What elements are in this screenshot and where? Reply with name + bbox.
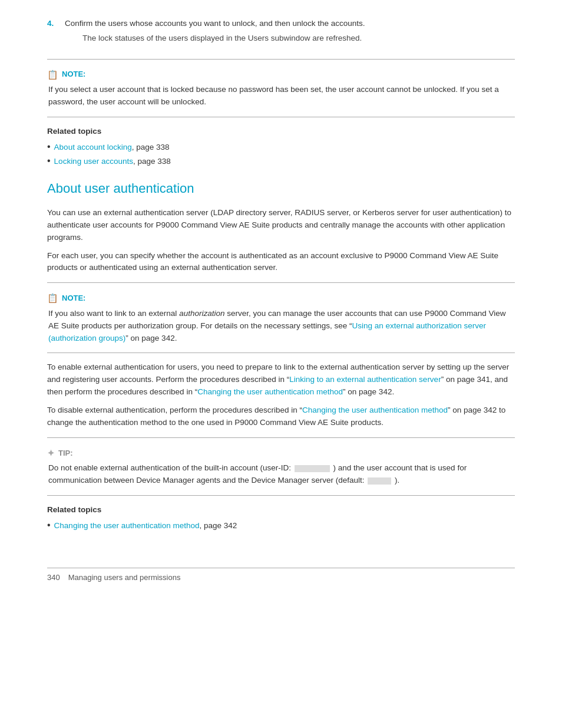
note2-before: If you also want to link to an external [48, 309, 179, 318]
divider-top-tip [47, 437, 515, 438]
step-4: 4. Confirm the users whose accounts you … [47, 18, 515, 51]
note-body-2: If you also want to link to an external … [48, 308, 515, 345]
related-link[interactable]: Changing the user authentication method,… [54, 520, 237, 532]
note-label-1: NOTE: [62, 68, 85, 80]
related-link[interactable]: About account locking, page 338 [54, 141, 170, 154]
related-list-1: • About account locking, page 338 • Lock… [47, 141, 515, 168]
bullet-icon: • [47, 521, 51, 530]
note2-end: ” on page 342. [125, 334, 177, 342]
blank-1 [295, 465, 330, 472]
related-topics-title-2: Related topics [47, 504, 515, 516]
para4-before: To disable external authentication, perf… [47, 406, 302, 414]
step-number: 4. [47, 18, 58, 51]
note-icon-1: 📋 [47, 68, 58, 81]
about-account-locking-link[interactable]: About account locking [54, 143, 132, 151]
tip-before: Do not enable external authentication of… [48, 463, 293, 472]
bullet-icon: • [47, 156, 51, 166]
related-link[interactable]: Locking user accounts, page 338 [54, 156, 171, 168]
linking-external-auth-link[interactable]: Linking to an external authentication se… [289, 375, 441, 384]
footer-text: Managing users and permissions [68, 572, 181, 584]
tip-icon: ✦ [47, 446, 55, 460]
related-link-rest-2: , page 342 [200, 521, 237, 530]
body-para-2: For each user, you can specify whether t… [47, 250, 515, 275]
changing-auth-method-link-2[interactable]: Changing the user authentication method [302, 406, 448, 414]
section-heading: About user authentication [47, 179, 515, 199]
note-label-2: NOTE: [62, 292, 85, 304]
body-para-1: You can use an external authentication s… [47, 207, 515, 244]
note-box-2: 📋 NOTE: If you also want to link to an e… [47, 291, 515, 344]
blank-2 [368, 477, 391, 485]
body-para-4: To disable external authentication, perf… [47, 404, 515, 429]
note-box-1: 📋 NOTE: If you select a user account tha… [47, 68, 515, 108]
related-list-2: • Changing the user authentication metho… [47, 520, 515, 532]
footer: 340 Managing users and permissions [47, 568, 515, 584]
divider-bottom-tip [47, 495, 515, 496]
tip-header: ✦ TIP: [47, 446, 515, 460]
bullet-icon: • [47, 142, 51, 151]
step-followup: The lock statuses of the users displayed… [82, 32, 515, 45]
related-topics-2: Related topics • Changing the user authe… [47, 504, 515, 532]
tip-end: ). [392, 476, 399, 485]
tip-box: ✦ TIP: Do not enable external authentica… [47, 446, 515, 487]
divider-top-note1 [47, 59, 515, 60]
note2-italic: authorization [179, 309, 224, 318]
body-para-3: To enable external authentication for us… [47, 361, 515, 398]
changing-auth-method-link-1[interactable]: Changing the user authentication method [197, 387, 343, 396]
para3-end: ” on page 342. [343, 387, 394, 396]
related-link-rest: , page 338 [132, 143, 170, 151]
note-header-1: 📋 NOTE: [47, 68, 515, 81]
note-body-1: If you select a user account that is loc… [48, 84, 515, 108]
divider-top-note2 [47, 282, 515, 283]
related-topics-1: Related topics • About account locking, … [47, 126, 515, 168]
note-header-2: 📋 NOTE: [47, 291, 515, 305]
note-icon-2: 📋 [47, 291, 58, 305]
related-link-rest: , page 338 [133, 157, 171, 166]
list-item: • Changing the user authentication metho… [47, 520, 515, 532]
step-text: Confirm the users whose accounts you wan… [65, 19, 365, 28]
list-item: • Locking user accounts, page 338 [47, 156, 515, 168]
divider-bottom-note1 [47, 117, 515, 117]
list-item: • About account locking, page 338 [47, 141, 515, 154]
footer-page: 340 [47, 572, 60, 584]
divider-bottom-note2 [47, 353, 515, 353]
tip-label: TIP: [58, 447, 73, 459]
locking-user-accounts-link[interactable]: Locking user accounts [54, 157, 133, 166]
changing-auth-method-link-3[interactable]: Changing the user authentication method [54, 521, 200, 530]
tip-body: Do not enable external authentication of… [48, 462, 515, 487]
related-topics-title-1: Related topics [47, 126, 515, 138]
